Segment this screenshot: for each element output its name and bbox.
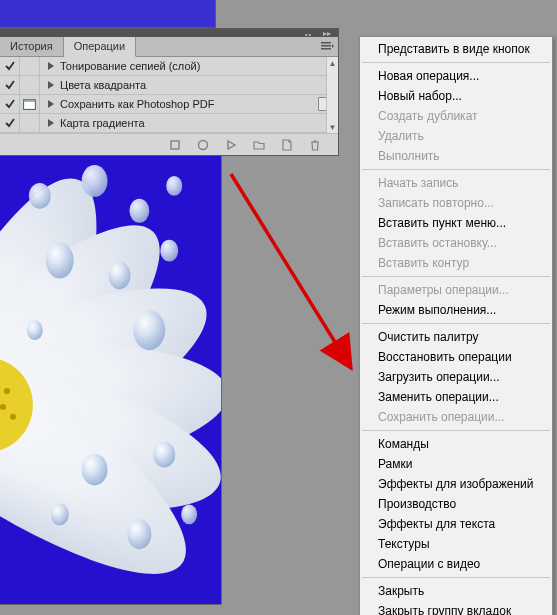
menu-record-again: Записать повторно... [360, 193, 552, 213]
menu-action-options: Параметры операции... [360, 280, 552, 300]
menu-clear-palette[interactable]: Очистить палитру [360, 327, 552, 347]
collapse-icon[interactable]: ▸▸ [320, 29, 334, 37]
menu-insert-menu-item[interactable]: Вставить пункт меню... [360, 213, 552, 233]
svg-point-20 [166, 176, 182, 196]
disclosure-triangle-icon[interactable] [48, 100, 54, 108]
svg-point-24 [27, 320, 43, 340]
svg-point-30 [181, 504, 197, 524]
svg-rect-32 [321, 45, 331, 47]
action-row[interactable]: Тонирование сепией (слой) [0, 57, 338, 76]
menu-reset-actions[interactable]: Восстановить операции [360, 347, 552, 367]
disclosure-triangle-icon[interactable] [48, 62, 54, 70]
menu-insert-stop: Вставить остановку... [360, 233, 552, 253]
menu-play: Выполнить [360, 146, 552, 166]
svg-rect-36 [171, 141, 179, 149]
menu-production[interactable]: Производство [360, 494, 552, 514]
actions-list: Тонирование сепией (слой)Цвета квадранта… [0, 57, 338, 133]
svg-rect-35 [24, 99, 36, 101]
menu-new-set[interactable]: Новый набор... [360, 86, 552, 106]
toggle-dialog[interactable] [20, 76, 40, 94]
svg-point-23 [160, 240, 178, 262]
record-icon[interactable] [196, 138, 210, 152]
menu-duplicate: Создать дубликат [360, 106, 552, 126]
new-action-icon[interactable] [280, 138, 294, 152]
play-icon[interactable] [224, 138, 238, 152]
toggle-dialog[interactable] [20, 114, 40, 132]
svg-point-16 [10, 414, 16, 420]
svg-point-19 [129, 199, 149, 223]
action-label: Сохранить как Photoshop PDF [60, 98, 318, 110]
stop-icon[interactable] [168, 138, 182, 152]
panel-drag-bar[interactable]: •• ▸▸ [0, 29, 338, 37]
action-row[interactable]: Сохранить как Photoshop PDF [0, 95, 338, 114]
tab-history[interactable]: История [0, 37, 64, 56]
disclosure-triangle-icon[interactable] [48, 119, 54, 127]
menu-button-mode[interactable]: Представить в виде кнопок [360, 39, 552, 59]
menu-close[interactable]: Закрыть [360, 581, 552, 601]
svg-point-25 [133, 310, 165, 350]
scroll-up-icon[interactable]: ▲ [327, 57, 338, 69]
svg-point-13 [4, 388, 10, 394]
menu-close-tab-group[interactable]: Закрыть группу вкладок [360, 601, 552, 615]
menu-new-action[interactable]: Новая операция... [360, 66, 552, 86]
menu-image-effects[interactable]: Эффекты для изображений [360, 474, 552, 494]
svg-point-28 [51, 503, 69, 525]
tab-actions[interactable]: Операции [64, 37, 136, 57]
menu-playback-options[interactable]: Режим выполнения... [360, 300, 552, 320]
panel-footer [0, 133, 338, 155]
menu-start-recording: Начать запись [360, 173, 552, 193]
scrollbar[interactable]: ▲ ▼ [326, 57, 338, 133]
document-window-fragment [0, 0, 216, 28]
svg-point-22 [109, 262, 131, 290]
action-label: Цвета квадранта [60, 79, 338, 91]
action-label: Карта градиента [60, 117, 338, 129]
menu-video-actions[interactable]: Операции с видео [360, 554, 552, 574]
toggle-enabled[interactable] [0, 57, 20, 75]
menu-replace-actions[interactable]: Заменить операции... [360, 387, 552, 407]
new-set-icon[interactable] [252, 138, 266, 152]
scroll-down-icon[interactable]: ▼ [327, 121, 338, 133]
svg-point-26 [82, 454, 108, 486]
toggle-enabled[interactable] [0, 95, 20, 113]
svg-line-38 [231, 174, 351, 368]
panel-menu-button[interactable] [320, 40, 334, 52]
disclosure-triangle-icon[interactable] [48, 81, 54, 89]
menu-load-actions[interactable]: Загрузить операции... [360, 367, 552, 387]
svg-point-29 [127, 519, 151, 549]
menu-save-actions: Сохранить операции... [360, 407, 552, 427]
svg-point-37 [199, 140, 208, 149]
action-row[interactable]: Карта градиента [0, 114, 338, 133]
toggle-enabled[interactable] [0, 114, 20, 132]
menu-delete: Удалить [360, 126, 552, 146]
panel-tabs: История Операции [0, 37, 338, 57]
document-canvas [0, 155, 222, 605]
svg-rect-33 [321, 48, 331, 50]
toggle-enabled[interactable] [0, 76, 20, 94]
menu-textures[interactable]: Текстуры [360, 534, 552, 554]
svg-point-27 [153, 442, 175, 468]
panel-context-menu: Представить в виде кнопок Новая операция… [359, 36, 553, 615]
actions-panel: •• ▸▸ История Операции Тонирование сепие… [0, 28, 339, 156]
svg-point-10 [0, 404, 6, 410]
trash-icon[interactable] [308, 138, 322, 152]
action-row[interactable]: Цвета квадранта [0, 76, 338, 95]
toggle-dialog[interactable] [20, 57, 40, 75]
menu-frames[interactable]: Рамки [360, 454, 552, 474]
svg-point-17 [29, 183, 51, 209]
menu-insert-path: Вставить контур [360, 253, 552, 273]
svg-rect-31 [321, 42, 331, 44]
annotation-arrow [225, 168, 365, 378]
svg-point-18 [82, 165, 108, 197]
action-label: Тонирование сепией (слой) [60, 60, 338, 72]
menu-text-effects[interactable]: Эффекты для текста [360, 514, 552, 534]
svg-point-21 [46, 243, 74, 279]
menu-commands[interactable]: Команды [360, 434, 552, 454]
toggle-dialog[interactable] [20, 95, 40, 113]
